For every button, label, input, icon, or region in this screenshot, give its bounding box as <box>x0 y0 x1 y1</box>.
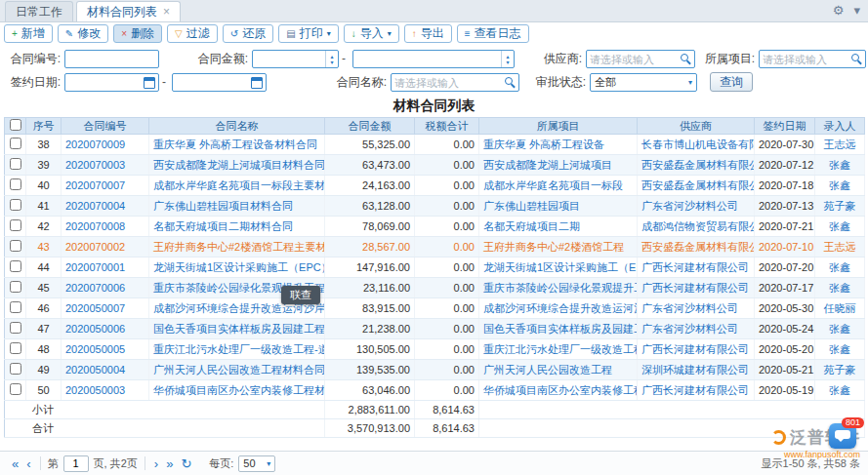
contract-name-link[interactable]: 广州天河人民公园改造工程材料合同 <box>153 364 325 376</box>
supplier-link[interactable]: 西安盛磊金属材料有限公司 <box>641 159 755 171</box>
project-link[interactable]: 重庆江北污水处理厂一级改造工程-道路... <box>483 343 638 355</box>
column-header[interactable]: 录入人 <box>815 118 865 135</box>
search-icon[interactable] <box>680 53 692 65</box>
contract-no-link[interactable]: 2020050004 <box>65 364 125 376</box>
column-header[interactable]: 签约日期 <box>755 118 815 135</box>
project-link[interactable]: 国色天香项目实体样板房及园建工程 <box>483 323 638 335</box>
table-row[interactable]: 452020070006重庆市茶陵岭公园绿化景观提升工程施工...23,116.… <box>5 278 865 298</box>
project-link[interactable]: 重庆华夏 外高桥工程设备 <box>483 139 604 150</box>
search-icon[interactable] <box>504 76 517 89</box>
entered-by-link[interactable]: 张鑫 <box>829 261 850 273</box>
calendar-icon[interactable] <box>144 77 155 89</box>
table-row[interactable]: 432020070002王府井商务中心#2楼酒馆工程主要材料28,567.000… <box>5 237 865 257</box>
supplier-link[interactable]: 广西长河建材有限公司 <box>641 282 749 294</box>
entered-by-link[interactable]: 张鑫 <box>829 220 850 232</box>
contract-name-input[interactable] <box>392 77 504 89</box>
row-checkbox[interactable] <box>10 158 21 170</box>
contract-no-link[interactable]: 2020070001 <box>65 261 125 273</box>
restore-button[interactable]: ↺ 还原 <box>223 24 273 43</box>
contract-no-link[interactable]: 2020070007 <box>65 179 125 191</box>
edit-button[interactable]: ✎ 修改 <box>58 24 108 43</box>
table-row[interactable]: 382020070009重庆华夏 外高桥工程设备材料合同55,325.000.0… <box>5 135 865 155</box>
refresh-icon[interactable]: ↻ <box>181 457 191 470</box>
entered-by-link[interactable]: 苑子豪 <box>824 364 856 376</box>
first-page-button[interactable]: « <box>12 457 19 470</box>
entered-by-link[interactable]: 张鑫 <box>829 282 850 294</box>
supplier-link[interactable]: 广东省河沙材料公司 <box>641 200 738 212</box>
entered-by-link[interactable]: 张鑫 <box>829 159 850 171</box>
supplier-input[interactable] <box>587 54 680 65</box>
row-checkbox[interactable] <box>10 138 21 149</box>
table-row[interactable]: 482020050005重庆江北污水处理厂一级改造工程-道路修整工程...130… <box>5 339 865 360</box>
entered-by-link[interactable]: 任晓丽 <box>824 302 856 314</box>
row-checkbox[interactable] <box>10 199 21 211</box>
project-link[interactable]: 华侨城项目南区办公室内装修工程 <box>483 384 638 396</box>
row-checkbox[interactable] <box>10 301 21 313</box>
table-row[interactable]: 462020050007成都沙河环境综合提升改造运河沙岸改造...83,915.… <box>5 298 865 319</box>
add-button[interactable]: + 新增 <box>4 24 53 43</box>
contract-no-link[interactable]: 2020070006 <box>65 282 125 294</box>
amount-from-input[interactable] <box>253 54 325 65</box>
print-button[interactable]: ▤ 打印 ▾ <box>278 24 338 43</box>
column-header[interactable]: 税额合计 <box>415 118 479 135</box>
tab-material-contract-list[interactable]: 材料合同列表 × <box>76 1 181 21</box>
column-header[interactable]: 所属项目 <box>479 118 638 135</box>
supplier-link[interactable]: 广西长河建材有限公司 <box>641 261 749 273</box>
row-checkbox[interactable] <box>10 281 21 293</box>
delete-button[interactable]: × 删除 <box>113 24 162 43</box>
contract-name-link[interactable]: 成都水岸华庭名苑项目一标段主要材料 <box>153 179 325 191</box>
close-icon[interactable]: × <box>163 6 170 18</box>
amount-to-input[interactable] <box>353 54 501 65</box>
column-header[interactable]: 供应商 <box>638 118 755 135</box>
contract-no-link[interactable]: 2020070009 <box>65 139 125 150</box>
row-checkbox[interactable] <box>10 383 21 395</box>
entered-by-link[interactable]: 苑子豪 <box>824 200 856 212</box>
project-link[interactable]: 西安成都隆龙湖上河城项目 <box>483 159 612 171</box>
spinner-arrows-icon[interactable]: ▴▾ <box>325 51 338 67</box>
per-page-select[interactable]: 50 ▾ <box>238 455 275 472</box>
row-checkbox[interactable] <box>10 342 21 354</box>
contract-no-link[interactable]: 2020070008 <box>65 220 125 232</box>
supplier-link[interactable]: 西安盛磊金属材料有限公司 <box>641 179 755 191</box>
supplier-link[interactable]: 成都鸿信物资贸易有限公司 <box>641 220 755 232</box>
project-input[interactable] <box>760 54 850 65</box>
column-header[interactable]: 合同金额 <box>325 118 415 135</box>
import-button[interactable]: ↓ 导入 ▾ <box>344 24 399 43</box>
entered-by-link[interactable]: 王志远 <box>824 241 856 253</box>
table-row[interactable]: 502020050003华侨城项目南区办公室内装修工程材料合同63,046.00… <box>5 380 865 401</box>
row-checkbox[interactable] <box>10 260 21 272</box>
contract-name-link[interactable]: 国色天香项目实体样板房及园建工程材料合同 <box>153 323 325 335</box>
contract-name-link[interactable]: 重庆江北污水处理厂一级改造工程-道路修整工程... <box>153 343 325 355</box>
filter-button[interactable]: ▽ 过滤 <box>167 24 218 43</box>
search-icon[interactable] <box>850 53 863 65</box>
calendar-icon[interactable] <box>251 77 263 89</box>
project-link[interactable]: 龙湖天街城1区设计采购施工（EPC）... <box>483 261 638 273</box>
export-button[interactable]: ↑ 导出 <box>404 24 452 43</box>
table-row[interactable]: 412020070004广东佛山碧桂园项目材料合同63,128.000.00广东… <box>5 196 865 217</box>
row-checkbox[interactable] <box>10 240 21 252</box>
row-checkbox[interactable] <box>10 322 21 334</box>
row-checkbox[interactable] <box>10 219 21 231</box>
table-row[interactable]: 472020050006国色天香项目实体样板房及园建工程材料合同21,238.0… <box>5 319 865 339</box>
select-all-checkbox[interactable] <box>10 119 21 131</box>
status-select[interactable]: 全部 ▾ <box>590 73 697 92</box>
project-link[interactable]: 成都水岸华庭名苑项目一标段 <box>483 179 623 191</box>
supplier-link[interactable]: 深圳环城建材有限公司 <box>641 364 749 376</box>
supplier-link[interactable]: 广西长河建材有限公司 <box>641 343 749 355</box>
tab-daily-work[interactable]: 日常工作 <box>5 1 73 21</box>
next-page-button[interactable]: › <box>154 457 158 470</box>
entered-by-link[interactable]: 张鑫 <box>829 343 850 355</box>
table-row[interactable]: 402020070007成都水岸华庭名苑项目一标段主要材料24,163.000.… <box>5 176 865 196</box>
supplier-link[interactable]: 广西长河建材有限公司 <box>641 384 749 396</box>
contract-no-link[interactable]: 2020050005 <box>65 343 125 355</box>
settings-icon[interactable]: ⚙ <box>833 3 845 19</box>
supplier-link[interactable]: 广东省河沙材料公司 <box>641 302 738 314</box>
contract-name-link[interactable]: 华侨城项目南区办公室内装修工程材料合同 <box>153 384 325 396</box>
supplier-link[interactable]: 广东省河沙材料公司 <box>641 323 738 335</box>
contract-name-link[interactable]: 重庆华夏 外高桥工程设备材料合同 <box>153 139 317 150</box>
entered-by-link[interactable]: 张鑫 <box>829 323 850 335</box>
row-checkbox[interactable] <box>10 363 21 375</box>
supplier-link[interactable]: 西安盛磊金属材料有限公司 <box>641 241 755 253</box>
table-row[interactable]: 442020070001龙湖天街城1区设计采购施工（EPC）总承包...147,… <box>5 257 865 278</box>
customer-service-chat[interactable]: 801 <box>829 417 862 451</box>
